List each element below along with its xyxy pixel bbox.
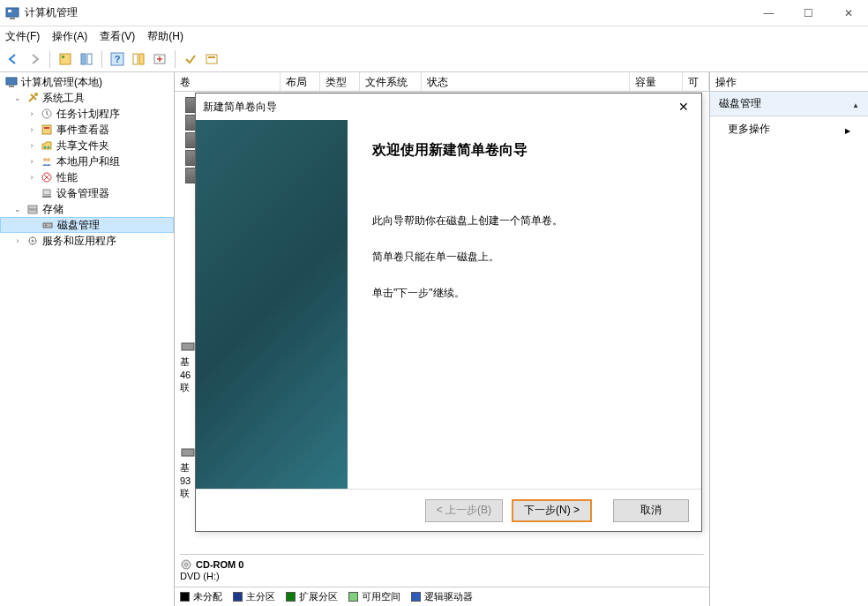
tree-root[interactable]: 计算机管理(本地) bbox=[0, 74, 174, 90]
wizard-footer: < 上一步(B) 下一步(N) > 取消 bbox=[196, 489, 701, 531]
col-type[interactable]: 类型 bbox=[320, 72, 360, 91]
folder-share-icon bbox=[40, 138, 54, 153]
actions-header: 操作 bbox=[710, 72, 868, 92]
disk-icon bbox=[41, 218, 55, 232]
wizard-back-button: < 上一步(B) bbox=[425, 499, 503, 522]
col-volume[interactable]: 卷 bbox=[175, 72, 281, 91]
svg-rect-33 bbox=[182, 343, 194, 350]
svg-rect-27 bbox=[28, 206, 37, 209]
legend-free: 可用空间 bbox=[348, 590, 400, 603]
toolbar-icon-3[interactable] bbox=[129, 49, 148, 69]
tree-storage[interactable]: ⌄ 存储 bbox=[0, 201, 174, 217]
svg-rect-15 bbox=[9, 86, 14, 87]
expand-icon[interactable]: › bbox=[26, 173, 37, 182]
tree-local-users[interactable]: › 本地用户和组 bbox=[0, 153, 174, 169]
col-capacity[interactable]: 容量 bbox=[630, 72, 683, 91]
app-icon bbox=[5, 6, 19, 20]
wizard-next-button[interactable]: 下一步(N) > bbox=[512, 499, 592, 522]
actions-more[interactable]: 更多操作 bbox=[710, 116, 868, 142]
menu-action[interactable]: 操作(A) bbox=[52, 29, 87, 44]
wizard-titlebar[interactable]: 新建简单卷向导 ✕ bbox=[196, 94, 701, 120]
back-button[interactable] bbox=[4, 49, 23, 69]
expand-icon[interactable]: › bbox=[26, 141, 37, 150]
col-layout[interactable]: 布局 bbox=[281, 72, 320, 91]
col-status[interactable]: 状态 bbox=[422, 72, 630, 91]
computer-icon bbox=[4, 75, 19, 89]
svg-text:?: ? bbox=[115, 54, 121, 64]
tools-icon bbox=[26, 91, 40, 105]
actions-section[interactable]: 磁盘管理 bbox=[710, 92, 868, 116]
wizard-cancel-button[interactable]: 取消 bbox=[613, 499, 689, 522]
expand-icon[interactable]: ⌄ bbox=[12, 94, 23, 102]
legend-primary: 主分区 bbox=[233, 590, 275, 603]
menu-view[interactable]: 查看(V) bbox=[100, 29, 135, 44]
toolbar-icon-4[interactable] bbox=[150, 49, 169, 69]
tree-disk-management[interactable]: 磁盘管理 bbox=[0, 217, 174, 233]
svg-rect-34 bbox=[182, 449, 194, 456]
tree-system-tools[interactable]: ⌄ 系统工具 bbox=[0, 90, 174, 106]
svg-point-22 bbox=[43, 158, 47, 161]
expand-icon[interactable]: › bbox=[12, 236, 23, 245]
expand-icon[interactable]: › bbox=[26, 125, 37, 134]
tree-performance[interactable]: › 性能 bbox=[0, 169, 174, 185]
cdrom-row[interactable]: CD-ROM 0 DVD (H:) bbox=[180, 554, 704, 581]
svg-rect-28 bbox=[28, 210, 37, 213]
performance-icon bbox=[40, 170, 54, 184]
wizard-text-3: 单击"下一步"继续。 bbox=[372, 285, 677, 302]
cdrom-label: DVD (H:) bbox=[180, 571, 704, 581]
legend-extended: 扩展分区 bbox=[286, 590, 338, 603]
wizard-heading: 欢迎使用新建简单卷向导 bbox=[372, 141, 677, 160]
users-icon bbox=[40, 154, 54, 168]
tree-device-manager[interactable]: 设备管理器 bbox=[0, 185, 174, 201]
svg-rect-3 bbox=[60, 54, 71, 64]
toolbar-icon-1[interactable] bbox=[56, 49, 75, 69]
expand-icon[interactable]: › bbox=[26, 157, 37, 166]
titlebar: 计算机管理 — ☐ ✕ bbox=[0, 0, 868, 26]
svg-rect-19 bbox=[44, 127, 49, 129]
menu-help[interactable]: 帮助(H) bbox=[147, 29, 183, 44]
svg-rect-2 bbox=[10, 18, 15, 19]
expand-icon[interactable]: ⌄ bbox=[12, 205, 23, 213]
wizard-dialog: 新建简单卷向导 ✕ 欢迎使用新建简单卷向导 此向导帮助你在磁盘上创建一个简单卷。… bbox=[195, 93, 702, 532]
menu-file[interactable]: 文件(F) bbox=[5, 29, 40, 44]
toolbar-icon-5[interactable] bbox=[181, 49, 200, 69]
chevron-right-icon bbox=[845, 123, 850, 136]
toolbar-icon-2[interactable] bbox=[77, 49, 96, 69]
forward-button[interactable] bbox=[25, 49, 44, 69]
svg-rect-12 bbox=[206, 55, 217, 64]
actions-panel: 操作 磁盘管理 更多操作 bbox=[709, 72, 868, 606]
wizard-title: 新建简单卷向导 bbox=[203, 100, 673, 115]
tree-shared-folders[interactable]: › 共享文件夹 bbox=[0, 138, 174, 153]
close-button[interactable]: ✕ bbox=[828, 0, 868, 26]
svg-point-23 bbox=[47, 158, 50, 161]
svg-point-36 bbox=[185, 564, 188, 566]
svg-rect-29 bbox=[43, 223, 52, 228]
wizard-text-2: 简单卷只能在单一磁盘上。 bbox=[372, 249, 677, 266]
help-icon[interactable]: ? bbox=[108, 49, 127, 69]
tree-task-scheduler[interactable]: › 任务计划程序 bbox=[0, 106, 174, 122]
device-icon bbox=[40, 186, 54, 200]
tree-services[interactable]: › 服务和应用程序 bbox=[0, 233, 174, 249]
col-free[interactable]: 可 bbox=[683, 72, 709, 91]
tree-event-viewer[interactable]: › 事件查看器 bbox=[0, 122, 174, 138]
svg-rect-6 bbox=[87, 54, 92, 64]
svg-rect-1 bbox=[8, 10, 11, 12]
wizard-content: 欢迎使用新建简单卷向导 此向导帮助你在磁盘上创建一个简单卷。 简单卷只能在单一磁… bbox=[348, 120, 701, 489]
svg-point-20 bbox=[44, 146, 47, 149]
svg-rect-26 bbox=[42, 196, 51, 198]
toolbar: ? bbox=[0, 46, 868, 72]
svg-point-30 bbox=[45, 225, 47, 227]
expand-icon[interactable]: › bbox=[26, 109, 37, 118]
svg-rect-10 bbox=[139, 54, 144, 64]
disk-0-info: 基 46 联 bbox=[175, 340, 196, 393]
minimize-button[interactable]: — bbox=[749, 0, 789, 26]
col-filesystem[interactable]: 文件系统 bbox=[360, 72, 422, 91]
cdrom-name: CD-ROM 0 bbox=[196, 559, 243, 570]
wizard-sidebar-image bbox=[196, 120, 348, 489]
svg-rect-9 bbox=[133, 54, 138, 64]
wizard-close-button[interactable]: ✕ bbox=[673, 100, 694, 114]
legend-unallocated: 未分配 bbox=[180, 590, 222, 603]
maximize-button[interactable]: ☐ bbox=[789, 0, 828, 26]
toolbar-icon-6[interactable] bbox=[202, 49, 221, 69]
svg-rect-4 bbox=[62, 56, 64, 58]
